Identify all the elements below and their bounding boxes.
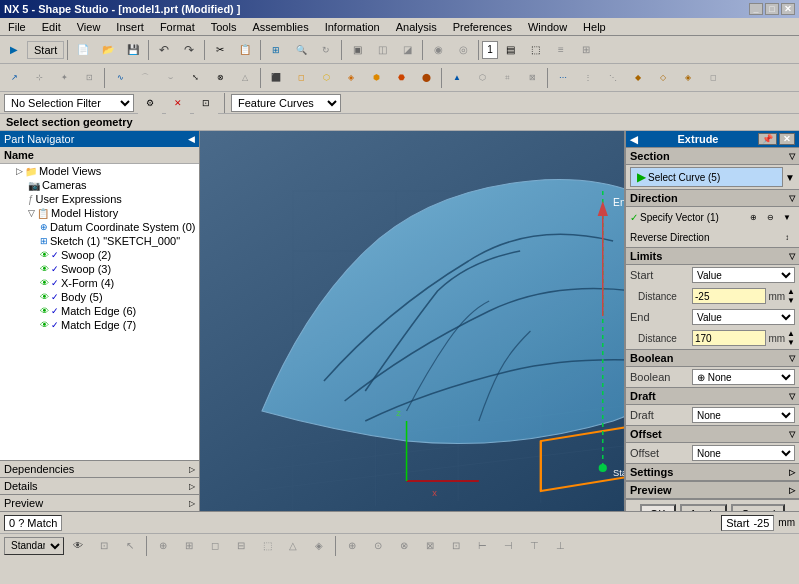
limits-header[interactable]: Limits ▽ [626, 247, 799, 265]
close-button[interactable]: ✕ [781, 3, 795, 15]
filter-clear-btn[interactable]: ✕ [166, 92, 190, 114]
analyze-btn5[interactable]: ◇ [651, 67, 675, 89]
menu-insert[interactable]: Insert [112, 19, 148, 35]
view3d-btn1[interactable]: ▣ [345, 39, 369, 61]
settings-header[interactable]: Settings ▷ [626, 463, 799, 481]
view-mode-dropdown[interactable]: Standard [4, 537, 64, 555]
shape-btn1[interactable]: ↗ [2, 67, 26, 89]
zoom-button[interactable]: 🔍 [289, 39, 313, 61]
draft-dropdown[interactable]: None [692, 407, 795, 423]
preview-section[interactable]: Preview ▷ [0, 494, 199, 511]
misc-btn2[interactable]: ⬚ [524, 39, 548, 61]
rotate-button[interactable]: ↻ [314, 39, 338, 61]
analyze-btn6[interactable]: ◈ [676, 67, 700, 89]
end-type-dropdown[interactable]: Value [692, 309, 795, 325]
curve-btn5[interactable]: ⊗ [208, 67, 232, 89]
titlebar-controls[interactable]: _ □ ✕ [749, 3, 795, 15]
preview-panel-header[interactable]: Preview ▷ [626, 481, 799, 499]
tree-item-match6[interactable]: 👁 ✓ Match Edge (6) [0, 304, 199, 318]
curve-btn1[interactable]: ∿ [108, 67, 132, 89]
maximize-button[interactable]: □ [765, 3, 779, 15]
bottom-btn2[interactable]: ⊞ [177, 535, 201, 557]
redo-button[interactable]: ↷ [177, 39, 201, 61]
menu-help[interactable]: Help [579, 19, 610, 35]
select-curve-button[interactable]: ▶ Select Curve (5) [630, 167, 783, 187]
curve-btn2[interactable]: ⌒ [133, 67, 157, 89]
bottom-misc8[interactable]: ⊤ [522, 535, 546, 557]
surf-btn5[interactable]: ⬢ [364, 67, 388, 89]
offset-dropdown[interactable]: None [692, 445, 795, 461]
vector-btn3[interactable]: ▼ [779, 209, 795, 225]
bottom-btn7[interactable]: ◈ [307, 535, 331, 557]
new-button[interactable]: 📄 [71, 39, 95, 61]
open-button[interactable]: 📂 [96, 39, 120, 61]
vector-btn2[interactable]: ⊖ [762, 209, 778, 225]
edit-btn1[interactable]: ▲ [445, 67, 469, 89]
misc-btn1[interactable]: ▤ [499, 39, 523, 61]
bottom-misc3[interactable]: ⊗ [392, 535, 416, 557]
boolean-header[interactable]: Boolean ▽ [626, 349, 799, 367]
menu-tools[interactable]: Tools [207, 19, 241, 35]
analyze-btn1[interactable]: ⋯ [551, 67, 575, 89]
select-expand-icon[interactable]: ▼ [785, 172, 795, 183]
save-button[interactable]: 💾 [121, 39, 145, 61]
bottom-misc5[interactable]: ⊡ [444, 535, 468, 557]
menu-view[interactable]: View [73, 19, 105, 35]
start-distance-input[interactable] [692, 288, 766, 304]
bottom-btn4[interactable]: ⊟ [229, 535, 253, 557]
surf-btn2[interactable]: ◻ [289, 67, 313, 89]
bottom-misc2[interactable]: ⊙ [366, 535, 390, 557]
end-spin[interactable]: ▲▼ [787, 329, 795, 347]
start-spin[interactable]: ▲▼ [787, 287, 795, 305]
bottom-misc9[interactable]: ⊥ [548, 535, 572, 557]
bottom-misc4[interactable]: ⊠ [418, 535, 442, 557]
curve-btn3[interactable]: ⌣ [158, 67, 182, 89]
curve-btn6[interactable]: △ [233, 67, 257, 89]
details-section[interactable]: Details ▷ [0, 477, 199, 494]
shade-btn[interactable]: ◉ [426, 39, 450, 61]
analyze-btn2[interactable]: ⋮ [576, 67, 600, 89]
end-distance-input[interactable] [692, 330, 766, 346]
start-button[interactable]: ▶ [2, 39, 26, 61]
tree-item-sketch[interactable]: ⊞ Sketch (1) "SKETCH_000" [0, 234, 199, 248]
select-btn[interactable]: ↖ [118, 535, 142, 557]
menu-analysis[interactable]: Analysis [392, 19, 441, 35]
boolean-dropdown[interactable]: ⊕ None [692, 369, 795, 385]
tree-item-model-views[interactable]: ▷ 📁 Model Views [0, 164, 199, 178]
bottom-misc7[interactable]: ⊣ [496, 535, 520, 557]
bottom-misc1[interactable]: ⊕ [340, 535, 364, 557]
extrude-panel-close-left[interactable]: ◀ [630, 134, 638, 145]
filter-misc-btn[interactable]: ⊡ [194, 92, 218, 114]
analyze-btn7[interactable]: ◻ [701, 67, 725, 89]
menu-preferences[interactable]: Preferences [449, 19, 516, 35]
shape-btn4[interactable]: ⊡ [77, 67, 101, 89]
start-label[interactable]: Start [27, 41, 64, 59]
direction-header[interactable]: Direction ▽ [626, 189, 799, 207]
shape-btn3[interactable]: ✦ [52, 67, 76, 89]
shape-btn2[interactable]: ⊹ [27, 67, 51, 89]
tree-item-datum[interactable]: ⊕ Datum Coordinate System (0) [0, 220, 199, 234]
fit-button[interactable]: ⊞ [264, 39, 288, 61]
wire-btn[interactable]: ◎ [451, 39, 475, 61]
menu-assemblies[interactable]: Assemblies [248, 19, 312, 35]
selection-filter-dropdown[interactable]: No Selection Filter [4, 94, 134, 112]
bottom-btn3[interactable]: ◻ [203, 535, 227, 557]
menu-edit[interactable]: Edit [38, 19, 65, 35]
undo-button[interactable]: ↶ [152, 39, 176, 61]
tree-item-swoop2[interactable]: 👁 ✓ Swoop (2) [0, 248, 199, 262]
surf-btn4[interactable]: ◈ [339, 67, 363, 89]
dependencies-section[interactable]: Dependencies ▷ [0, 460, 199, 477]
tree-item-cameras[interactable]: 📷 Cameras [0, 178, 199, 192]
menu-window[interactable]: Window [524, 19, 571, 35]
misc-btn4[interactable]: ⊞ [574, 39, 598, 61]
bottom-btn1[interactable]: ⊕ [151, 535, 175, 557]
part-nav-collapse[interactable]: ◀ [188, 134, 195, 144]
menu-information[interactable]: Information [321, 19, 384, 35]
ok-button[interactable]: OK [640, 504, 676, 511]
tree-item-body[interactable]: 👁 ✓ Body (5) [0, 290, 199, 304]
cut-button[interactable]: ✂ [208, 39, 232, 61]
edit-btn2[interactable]: ⬡ [470, 67, 494, 89]
surf-btn3[interactable]: ⬡ [314, 67, 338, 89]
viewport[interactable]: x z End=170 Start:-25 mm ◀ Extrude [200, 131, 799, 511]
tree-item-swoop3[interactable]: 👁 ✓ Swoop (3) [0, 262, 199, 276]
